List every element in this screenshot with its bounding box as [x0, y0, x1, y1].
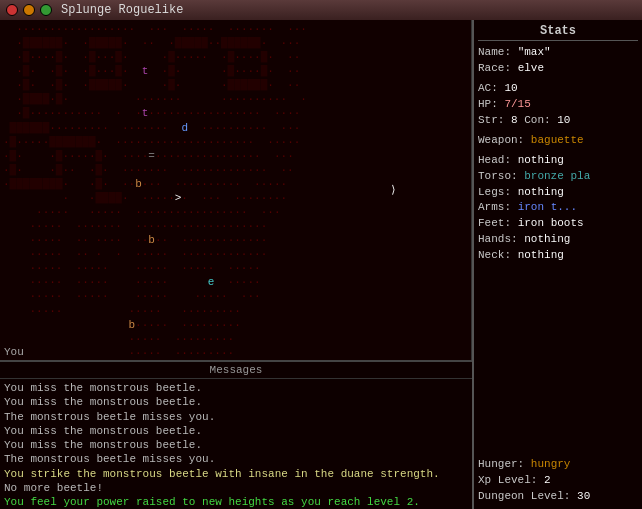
stat-weapon: Weapon: baguette	[478, 133, 638, 149]
messages-text: You miss the monstrous beetle.You miss t…	[0, 379, 472, 509]
map-area[interactable]: ·················· ··· ····· ······· ···…	[0, 20, 472, 360]
window-title: Splunge Roguelike	[61, 3, 183, 17]
stat-legs: Legs: nothing	[478, 185, 638, 201]
messages-container: Messages You miss the monstrous beetle.Y…	[0, 360, 472, 509]
stats-panel: Stats Name: "max" Race: elve AC: 10 HP: …	[472, 20, 642, 509]
you-label: You	[4, 346, 24, 358]
messages-title: Messages	[0, 362, 472, 379]
stat-dungeon: Dungeon Level: 30	[478, 489, 638, 505]
map-content: ·················· ··· ····· ······· ···…	[0, 20, 310, 360]
titlebar: Splunge Roguelike	[0, 0, 642, 20]
stat-xp: Xp Level: 2	[478, 473, 638, 489]
stat-head: Head: nothing	[478, 153, 638, 169]
stat-name: Name: "max"	[478, 45, 638, 61]
stats-title: Stats	[478, 24, 638, 41]
stat-hands: Hands: nothing	[478, 232, 638, 248]
stat-feet: Feet: iron boots	[478, 216, 638, 232]
game-area: ·················· ··· ····· ······· ···…	[0, 20, 472, 509]
stat-arms: Arms: iron t...	[478, 200, 638, 216]
main-layout: ·················· ··· ····· ······· ···…	[0, 20, 642, 509]
close-button[interactable]	[6, 4, 18, 16]
stat-hunger: Hunger: hungry	[478, 457, 638, 473]
stat-torso: Torso: bronze pla	[478, 169, 638, 185]
stat-ac: AC: 10	[478, 81, 638, 97]
stat-str-con: Str: 8 Con: 10	[478, 113, 638, 129]
maximize-button[interactable]	[40, 4, 52, 16]
stat-hp: HP: 7/15	[478, 97, 638, 113]
stat-race: Race: elve	[478, 61, 638, 77]
minimize-button[interactable]	[23, 4, 35, 16]
stat-neck: Neck: nothing	[478, 248, 638, 264]
